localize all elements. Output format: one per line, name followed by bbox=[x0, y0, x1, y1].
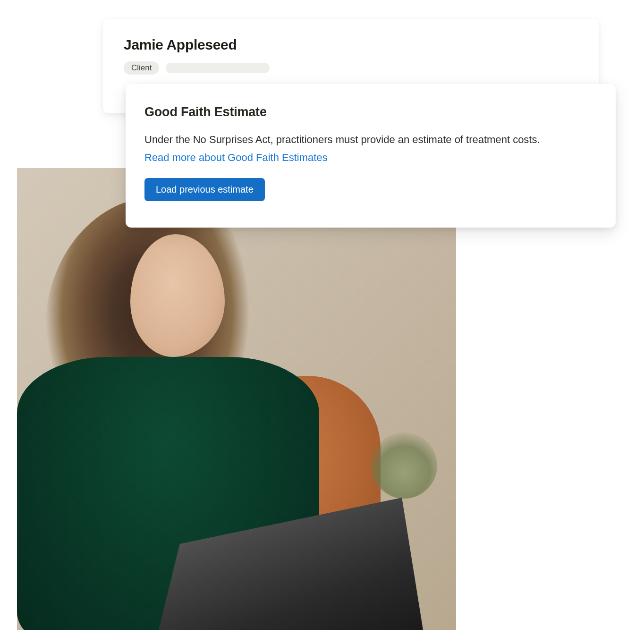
gfe-title: Good Faith Estimate bbox=[144, 105, 597, 119]
client-type-badge: Client bbox=[124, 61, 159, 75]
gfe-description: Under the No Surprises Act, practitioner… bbox=[144, 132, 597, 148]
client-badge-row: Client bbox=[124, 61, 578, 75]
client-name: Jamie Appleseed bbox=[124, 37, 578, 53]
photo-plant-shape bbox=[371, 432, 437, 499]
good-faith-estimate-card: Good Faith Estimate Under the No Surpris… bbox=[126, 84, 616, 228]
gfe-read-more-link[interactable]: Read more about Good Faith Estimates bbox=[144, 150, 328, 166]
loading-placeholder bbox=[166, 63, 270, 73]
background-photo bbox=[17, 168, 456, 630]
load-previous-estimate-button[interactable]: Load previous estimate bbox=[144, 178, 265, 201]
